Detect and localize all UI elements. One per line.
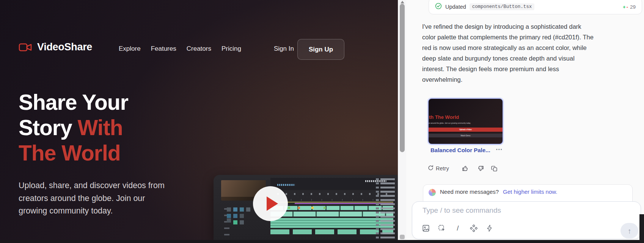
- preview-primary-button: Upload a Video: [429, 128, 503, 132]
- hero-heading: Share Your Story With The World: [19, 90, 182, 166]
- upsell-link[interactable]: Get higher limits now.: [503, 188, 557, 195]
- window-right-edge: [639, 214, 644, 243]
- editor-decoration: [270, 199, 393, 201]
- nav-explore[interactable]: Explore: [119, 45, 141, 53]
- quick-actions-bolt-icon[interactable]: [485, 224, 494, 233]
- arrow-up-icon: ↑: [628, 227, 631, 235]
- retry-button[interactable]: Retry: [428, 165, 449, 172]
- site-logo[interactable]: VideoShare: [19, 41, 92, 53]
- screen: VideoShare Explore Features Creators Pri…: [0, 0, 644, 243]
- play-button[interactable]: [253, 186, 288, 221]
- browser-scrollbar[interactable]: [398, 0, 406, 240]
- preview-heading-fragment: th The World: [429, 114, 459, 120]
- send-button[interactable]: ↑: [620, 223, 638, 238]
- editor-decoration: [270, 202, 393, 202]
- version-preview-card[interactable]: th The World ...on around the globe. Joi…: [428, 98, 503, 145]
- preview-secondary-button: Watch Demo: [429, 134, 503, 137]
- assistant-chat-panel: Updated components/Button.tsx + - 29 I'v…: [406, 0, 644, 243]
- editor-timeline-track: [270, 206, 393, 210]
- upsell-question: Need more messages?: [440, 188, 499, 195]
- play-icon: [267, 196, 278, 211]
- editor-decoration: [277, 184, 295, 186]
- attach-image-icon[interactable]: [421, 224, 430, 233]
- nav-pricing[interactable]: Pricing: [221, 45, 241, 53]
- nav-creators[interactable]: Creators: [187, 45, 211, 53]
- diff-stats: + - 29: [623, 4, 636, 10]
- diff-count: 29: [630, 4, 636, 10]
- hero-subtitle: Upload, share, and discover videos from …: [19, 179, 166, 218]
- file-update-card[interactable]: Updated components/Button.tsx + - 29: [429, 0, 642, 14]
- editor-decoration: [380, 177, 395, 238]
- usage-pie-icon: [429, 189, 436, 196]
- thumbs-up-icon[interactable]: [462, 165, 469, 172]
- videoshare-site-preview: VideoShare Explore Features Creators Pri…: [0, 0, 398, 240]
- editor-timeline-track: [270, 229, 393, 234]
- scrollbar-thumb[interactable]: [400, 4, 405, 152]
- assistant-message: I've refined the design by introducing a…: [422, 21, 595, 85]
- editor-timeline-track: [270, 218, 393, 228]
- composer-placeholder[interactable]: Type / to see commands: [423, 206, 501, 215]
- select-element-icon[interactable]: [437, 224, 446, 233]
- site-nav: Explore Features Creators Pricing: [119, 45, 241, 53]
- slash-command-icon[interactable]: /: [453, 224, 462, 233]
- nav-features[interactable]: Features: [151, 45, 176, 53]
- scroll-down-button[interactable]: [400, 235, 405, 239]
- editor-decoration: [376, 177, 379, 238]
- slash-glyph: /: [457, 224, 459, 232]
- hero-line3-accent: The World: [19, 141, 121, 165]
- version-title[interactable]: Balanced Color Pale...: [430, 147, 490, 153]
- sign-up-button[interactable]: Sign Up: [297, 39, 344, 60]
- hero-line1: Share Your: [19, 90, 128, 114]
- site-header: VideoShare Explore Features Creators Pri…: [19, 39, 383, 60]
- preview-subtext-fragment: ...on around the globe. Join our growing…: [428, 122, 503, 124]
- update-status-label: Updated: [445, 4, 466, 10]
- diff-plus: +: [623, 4, 626, 10]
- diff-minus: -: [627, 4, 628, 10]
- retry-label: Retry: [436, 165, 449, 171]
- integrations-icon[interactable]: [469, 224, 478, 233]
- sign-in-link[interactable]: Sign In: [274, 45, 294, 53]
- video-camera-icon: [19, 42, 32, 52]
- editor-decoration: [224, 205, 229, 235]
- sign-up-label: Sign Up: [309, 46, 333, 53]
- refresh-icon: [428, 165, 434, 172]
- hero-line2-white: Story: [19, 115, 78, 140]
- editor-decoration: [277, 193, 391, 195]
- copy-icon[interactable]: [491, 165, 498, 172]
- hero-line2-accent: With: [78, 115, 123, 140]
- composer-toolbar: /: [421, 224, 494, 233]
- check-circle-icon: [435, 3, 442, 11]
- video-editor-image: [214, 175, 398, 240]
- prompt-composer[interactable]: Type / to see commands /: [412, 201, 641, 239]
- updated-file-chip[interactable]: components/Button.tsx: [470, 3, 535, 10]
- window-bottom-edge: [0, 240, 644, 243]
- scroll-up-arrow-icon[interactable]: [401, 1, 404, 3]
- brand-name: VideoShare: [37, 41, 92, 53]
- message-actions: Retry: [428, 164, 498, 173]
- more-options-icon[interactable]: ⋯: [496, 145, 503, 153]
- editor-timeline-track: [270, 212, 393, 217]
- editor-decoration: [233, 207, 237, 212]
- thumbs-down-icon[interactable]: [477, 165, 484, 172]
